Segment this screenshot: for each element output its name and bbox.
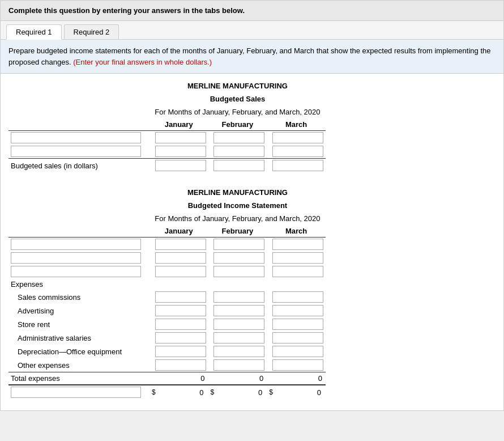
total-expenses-feb: 0 bbox=[208, 372, 267, 385]
total-expenses-jan: 0 bbox=[150, 372, 208, 385]
budgeted-sales-label: Budgeted sales (in dollars) bbox=[8, 159, 150, 173]
final-result-row: $ 0 $ 0 $ 0 bbox=[8, 385, 326, 399]
table2-title: Budgeted Income Statement bbox=[152, 200, 323, 211]
depreciation-label: Depreciation—Office equipment bbox=[8, 345, 150, 358]
table-row: Administrative salaries bbox=[8, 331, 326, 345]
feb-budgeted-sales[interactable] bbox=[213, 160, 264, 171]
budgeted-sales-section: MERLINE MANUFACTURING Budgeted Sales For… bbox=[8, 79, 496, 172]
is-jan-3[interactable] bbox=[155, 266, 206, 277]
instruction-box: Prepare budgeted income statements for e… bbox=[0, 40, 504, 74]
final-val-jan: 0 bbox=[199, 388, 206, 397]
total-expenses-row: Total expenses 0 0 0 bbox=[8, 372, 326, 385]
col-january-2: January bbox=[150, 225, 208, 238]
tabs-bar: Required 1 Required 2 bbox=[0, 21, 504, 40]
other-jan[interactable] bbox=[155, 359, 206, 371]
jan-input-1a[interactable] bbox=[155, 132, 206, 143]
adv-mar[interactable] bbox=[272, 305, 323, 316]
other-mar[interactable] bbox=[272, 359, 323, 371]
col-february-1: February bbox=[208, 118, 267, 131]
feb-input-1a[interactable] bbox=[213, 132, 264, 143]
is-feb-3[interactable] bbox=[213, 266, 264, 277]
table-row: Sales commissions bbox=[8, 290, 326, 304]
admin-salaries-label: Administrative salaries bbox=[8, 331, 150, 345]
table2-company: MERLINE MANUFACTURING bbox=[152, 187, 323, 198]
admin-mar[interactable] bbox=[272, 332, 323, 344]
main-content: MERLINE MANUFACTURING Budgeted Sales For… bbox=[0, 74, 504, 411]
is-label-2[interactable] bbox=[11, 252, 141, 264]
is-mar-2[interactable] bbox=[272, 252, 323, 264]
sales-commissions-label: Sales commissions bbox=[8, 290, 150, 304]
dep-mar[interactable] bbox=[272, 346, 323, 357]
table1-company: MERLINE MANUFACTURING bbox=[152, 80, 323, 91]
rent-feb[interactable] bbox=[213, 319, 264, 330]
budgeted-sales-row: Budgeted sales (in dollars) bbox=[8, 159, 326, 173]
table-row bbox=[8, 145, 326, 159]
col-march-1: March bbox=[267, 118, 326, 131]
other-feb[interactable] bbox=[213, 359, 264, 371]
adv-feb[interactable] bbox=[213, 305, 264, 316]
total-expenses-mar: 0 bbox=[267, 372, 326, 385]
table-row: Store rent bbox=[8, 317, 326, 331]
expenses-label: Expenses bbox=[8, 278, 150, 290]
tab-required2[interactable]: Required 2 bbox=[64, 24, 119, 39]
is-label-1[interactable] bbox=[11, 239, 141, 250]
label-input-1b[interactable] bbox=[11, 146, 141, 157]
is-mar-3[interactable] bbox=[272, 266, 323, 277]
adv-jan[interactable] bbox=[155, 305, 206, 316]
dep-jan[interactable] bbox=[155, 346, 206, 357]
final-label[interactable] bbox=[11, 387, 141, 398]
is-feb-2[interactable] bbox=[213, 252, 264, 264]
mar-budgeted-sales[interactable] bbox=[272, 160, 323, 171]
tab-required1[interactable]: Required 1 bbox=[6, 24, 62, 40]
table1-subtitle: For Months of January, February, and Mar… bbox=[152, 107, 323, 117]
expenses-header-row: Expenses bbox=[8, 278, 326, 290]
admin-jan[interactable] bbox=[155, 332, 206, 344]
final-val-mar: 0 bbox=[317, 388, 323, 397]
label-input-1a[interactable] bbox=[11, 132, 141, 143]
col-january-1: January bbox=[150, 118, 208, 131]
rent-mar[interactable] bbox=[272, 319, 323, 330]
mar-input-1b[interactable] bbox=[272, 146, 323, 157]
is-feb-1[interactable] bbox=[213, 239, 264, 250]
table-row bbox=[8, 251, 326, 265]
is-jan-1[interactable] bbox=[155, 239, 206, 250]
jan-budgeted-sales[interactable] bbox=[155, 160, 206, 171]
table1-title: Budgeted Sales bbox=[152, 94, 323, 104]
final-val-feb: 0 bbox=[258, 388, 264, 397]
is-label-3[interactable] bbox=[11, 266, 141, 277]
dollar-sign-mar: $ bbox=[269, 388, 273, 396]
table-row: Other expenses bbox=[8, 358, 326, 372]
dep-feb[interactable] bbox=[213, 346, 264, 357]
table-row bbox=[8, 265, 326, 278]
top-banner: Complete this question by entering your … bbox=[0, 0, 504, 21]
store-rent-label: Store rent bbox=[8, 317, 150, 331]
sc-feb[interactable] bbox=[213, 291, 264, 303]
col-february-2: February bbox=[208, 225, 267, 238]
sc-mar[interactable] bbox=[272, 291, 323, 303]
table-row bbox=[8, 238, 326, 252]
col-march-2: March bbox=[267, 225, 326, 238]
sc-jan[interactable] bbox=[155, 291, 206, 303]
other-expenses-label: Other expenses bbox=[8, 358, 150, 372]
feb-input-1b[interactable] bbox=[213, 146, 264, 157]
total-expenses-label: Total expenses bbox=[8, 372, 150, 385]
mar-input-1a[interactable] bbox=[272, 132, 323, 143]
table2-subtitle: For Months of January, February, and Mar… bbox=[152, 213, 323, 224]
income-statement-section: MERLINE MANUFACTURING Budgeted Income St… bbox=[8, 186, 496, 399]
dollar-sign-feb: $ bbox=[211, 388, 215, 396]
table-row: Advertising bbox=[8, 304, 326, 317]
jan-input-1b[interactable] bbox=[155, 146, 206, 157]
is-jan-2[interactable] bbox=[155, 252, 206, 264]
dollar-sign-jan: $ bbox=[152, 388, 156, 396]
table-row: Depreciation—Office equipment bbox=[8, 345, 326, 358]
admin-feb[interactable] bbox=[213, 332, 264, 344]
rent-jan[interactable] bbox=[155, 319, 206, 330]
advertising-label: Advertising bbox=[8, 304, 150, 317]
table-row bbox=[8, 131, 326, 145]
is-mar-1[interactable] bbox=[272, 239, 323, 250]
